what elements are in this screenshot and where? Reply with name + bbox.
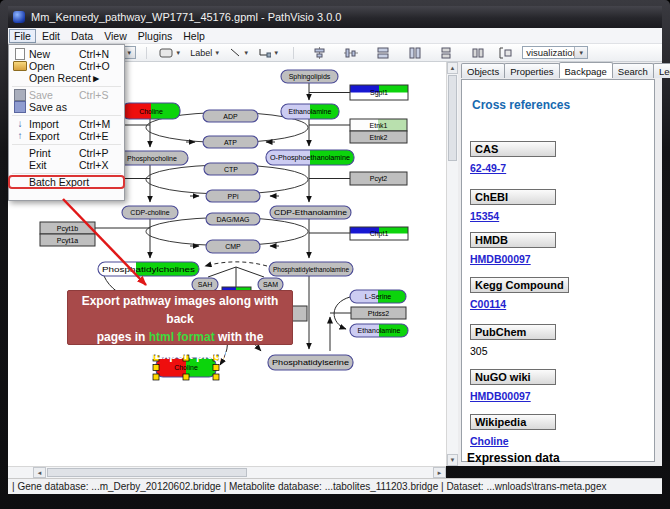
gene-node[interactable]: Sgpl1 (350, 85, 408, 100)
gene-node[interactable]: Etnk2 (350, 131, 407, 143)
pathvisio-window: Mm_Kennedy_pathway_WP1771_45176.gpml - P… (0, 0, 670, 509)
file-menu-popup: NewCtrl+NOpenCtrl+OOpen Recent►SaveCtrl+… (8, 44, 125, 201)
file-menu-item-print[interactable]: PrintCtrl+P (9, 147, 124, 159)
datanode-dropdown[interactable]: ▼ (157, 46, 183, 60)
svg-text:Chpt1: Chpt1 (370, 230, 389, 238)
side-panel-tabs: ObjectsPropertiesBackpageSearchLegend (461, 63, 670, 78)
selection-handle[interactable] (153, 374, 159, 380)
file-menu-item-open[interactable]: OpenCtrl+O (9, 60, 124, 72)
metabolite-node[interactable]: CDP-Ethanolamine (270, 206, 351, 219)
metabolite-node[interactable]: CMP (206, 240, 260, 253)
metabolite-node[interactable]: Phosphatidylethanolamine (269, 262, 353, 276)
title-bar[interactable]: Mm_Kennedy_pathway_WP1771_45176.gpml - P… (8, 6, 662, 28)
metabolite-node[interactable]: ATP (203, 136, 258, 148)
stack-horizontal-button[interactable] (470, 46, 487, 60)
metabolite-node[interactable]: PPi (206, 190, 260, 202)
scroll-up-icon[interactable]: ▲ (447, 62, 458, 74)
gene-node[interactable]: Ptdss2 (351, 307, 406, 319)
menu-separator (12, 173, 121, 174)
selection-handle[interactable] (213, 374, 219, 380)
metabolite-node[interactable]: Ethanolamine (281, 104, 339, 119)
menu-view[interactable]: View (99, 29, 132, 43)
save-icon (11, 89, 29, 101)
open-icon (11, 61, 29, 71)
gene-node[interactable]: Pcyt1a (40, 234, 95, 246)
file-menu-item-open-recent[interactable]: Open Recent► (9, 72, 124, 84)
file-menu-item-save[interactable]: SaveCtrl+S (9, 89, 124, 101)
fit-window-button[interactable] (497, 46, 514, 60)
svg-text:ADP: ADP (223, 113, 238, 120)
visualization-combobox[interactable]: visualization ▼ (522, 46, 588, 59)
metabolite-node[interactable]: ADP (203, 110, 258, 122)
metabolite-node[interactable]: Phosphocholine (116, 151, 188, 165)
file-menu-item-export[interactable]: ↑ExportCtrl+E (9, 130, 124, 142)
metabolite-node[interactable]: L-Serine (350, 290, 406, 303)
file-menu-item-save-as[interactable]: Save as (9, 101, 124, 113)
menu-plugins[interactable]: Plugins (133, 29, 177, 43)
tab-properties[interactable]: Properties (504, 63, 559, 78)
tab-search[interactable]: Search (612, 63, 654, 78)
xref-link[interactable]: Choline (470, 435, 556, 447)
scroll-left-icon[interactable]: ◄ (33, 467, 46, 478)
horizontal-scrollbar[interactable]: ◄ ► (8, 466, 446, 478)
tab-backpage[interactable]: Backpage (559, 62, 613, 78)
file-menu-item-new[interactable]: NewCtrl+N (9, 48, 124, 60)
label-dropdown[interactable]: Label ▼ (188, 46, 222, 60)
menu-file[interactable]: File (9, 29, 36, 43)
connector-dropdown[interactable]: ▼ (256, 46, 281, 60)
selection-handle[interactable] (153, 365, 159, 371)
gene-node[interactable]: Pcyt2 (350, 172, 407, 185)
svg-text:Sgpl1: Sgpl1 (370, 89, 388, 97)
xref-section-hmdb: HMDBHMDB00097 (470, 230, 556, 265)
datanode-icon (159, 48, 173, 58)
metabolite-node[interactable]: Sphingolipids (281, 70, 338, 83)
common-width-button[interactable] (374, 46, 392, 60)
svg-text:SAH: SAH (198, 281, 212, 288)
file-menu-item-import[interactable]: ↓ImportCtrl+M (9, 118, 124, 130)
svg-text:O-Phosphoethanolamine: O-Phosphoethanolamine (270, 154, 350, 162)
align-vertical-center-button[interactable] (342, 46, 360, 60)
horizontal-scroll-thumb[interactable] (47, 468, 247, 477)
xref-link[interactable]: HMDB00097 (470, 253, 556, 265)
file-menu-item-exit[interactable]: ExitCtrl+X (9, 159, 124, 171)
gene-node[interactable]: Pcyt1b (40, 222, 95, 234)
vertical-scroll-thumb[interactable] (448, 75, 457, 161)
gene-node[interactable]: Etnk1 (350, 119, 407, 131)
cross-references-heading: Cross references (472, 98, 570, 112)
xref-link[interactable]: 62-49-7 (470, 162, 556, 174)
common-height-button[interactable] (406, 46, 424, 60)
svg-text:Choline: Choline (174, 364, 198, 371)
scroll-right-icon[interactable]: ► (433, 467, 446, 478)
svg-text:Pcyt2: Pcyt2 (370, 175, 388, 183)
line-dropdown[interactable]: ▼ (227, 46, 251, 60)
metabolite-node[interactable]: Choline (122, 103, 180, 119)
tab-objects[interactable]: Objects (461, 63, 505, 78)
scroll-down-icon[interactable]: ▼ (447, 454, 458, 466)
xref-header: CAS (470, 141, 556, 157)
menu-help[interactable]: Help (178, 29, 210, 43)
metabolite-node[interactable]: CDP-choline (122, 206, 178, 219)
chevron-down-icon: ▼ (214, 50, 220, 56)
callout-line3: HtmlExport plugin (68, 346, 292, 364)
align-horizontal-center-button[interactable] (311, 46, 328, 60)
menu-bar: FileEditDataViewPluginsHelp (8, 28, 662, 44)
vertical-scrollbar[interactable]: ▲ ▼ (446, 62, 458, 466)
menu-data[interactable]: Data (66, 29, 98, 43)
metabolite-node[interactable]: CTP (204, 163, 258, 175)
xref-link[interactable]: C00114 (470, 298, 569, 310)
menu-edit[interactable]: Edit (37, 29, 65, 43)
tab-legend[interactable]: Legend (653, 63, 670, 78)
svg-text:Ethanolamine: Ethanolamine (358, 327, 401, 334)
selection-handle[interactable] (213, 365, 219, 371)
gene-node[interactable]: Chpt1 (350, 227, 408, 240)
xref-link[interactable]: 15354 (470, 210, 556, 222)
metabolite-node[interactable]: O-Phosphoethanolamine (266, 150, 354, 165)
metabolite-node[interactable]: DAG/MAG (206, 213, 260, 225)
stack-vertical-button[interactable] (438, 46, 454, 60)
xref-link[interactable]: HMDB00097 (470, 390, 556, 402)
expression-data-heading: Expression data (467, 451, 560, 465)
metabolite-node[interactable]: Ethanolamine (350, 324, 408, 337)
file-menu-item-batch-export[interactable]: Batch Export (9, 176, 124, 188)
metabolite-node[interactable]: Phosphatidylcholines (98, 262, 199, 276)
selection-handle[interactable] (183, 374, 189, 380)
